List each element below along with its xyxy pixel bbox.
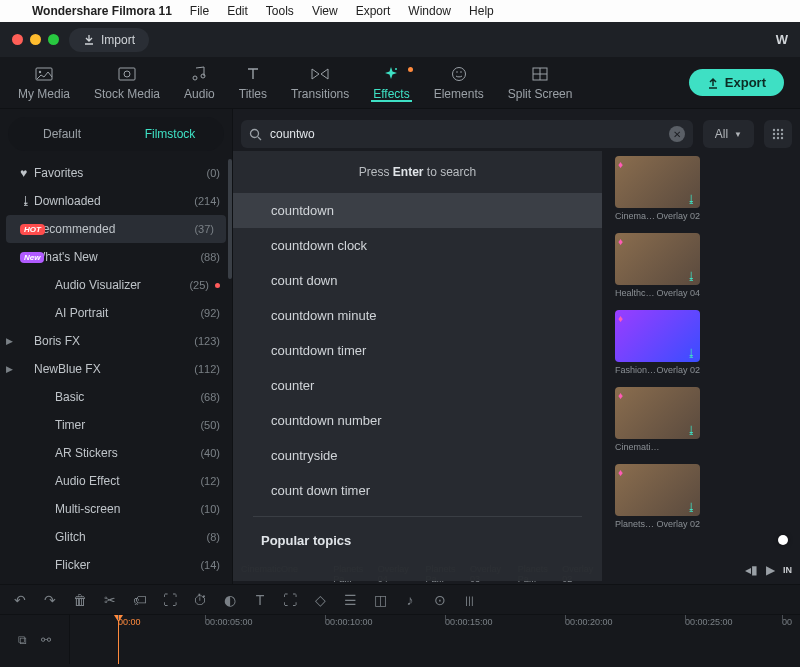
suggest-item[interactable]: countryside	[233, 438, 602, 473]
copy-button[interactable]: ⧉	[18, 633, 27, 647]
menu-view[interactable]: View	[312, 4, 338, 18]
sidebar-item-boris-fx[interactable]: ▶Boris FX(123)	[0, 327, 232, 355]
crop-button[interactable]: ⛶	[162, 592, 178, 608]
tab-transitions[interactable]: Transitions	[279, 65, 361, 101]
suggest-item[interactable]: countdown minute	[233, 298, 602, 333]
suggest-item[interactable]: countdown timer	[233, 333, 602, 368]
tab-stock-media[interactable]: Stock Media	[82, 65, 172, 101]
sidebar-item-glitch[interactable]: Glitch(8)	[0, 523, 232, 551]
menu-help[interactable]: Help	[469, 4, 494, 18]
search-input[interactable]	[270, 127, 661, 141]
suggest-item[interactable]: countdown	[233, 193, 602, 228]
sidebar-item-audio-effect[interactable]: Audio Effect(12)	[0, 467, 232, 495]
sidebar-item-audio-visualizer[interactable]: Audio Visualizer(25)	[0, 271, 232, 299]
time-tick: 00:00:10:00	[325, 617, 373, 627]
suggest-item[interactable]: count down	[233, 263, 602, 298]
tab-effects[interactable]: Effects	[361, 65, 421, 101]
sidebar-item-basic[interactable]: Basic(68)	[0, 383, 232, 411]
undo-button[interactable]: ↶	[12, 592, 28, 608]
text-button[interactable]: T	[252, 592, 268, 608]
svg-rect-2	[119, 68, 135, 80]
effect-thumb[interactable]: ♦⭳Planets Pa...Overlay 02	[615, 464, 700, 529]
tab-my-media[interactable]: My Media	[6, 65, 82, 101]
export-button[interactable]: Export	[689, 69, 784, 96]
minimize-icon[interactable]	[30, 34, 41, 45]
import-label: Import	[101, 33, 135, 47]
gem-icon: ♦	[618, 390, 623, 401]
svg-point-15	[773, 133, 775, 135]
menu-export[interactable]: Export	[356, 4, 391, 18]
mixer-button[interactable]: ⫼	[462, 592, 478, 608]
clear-search-button[interactable]: ✕	[669, 126, 685, 142]
redo-button[interactable]: ↷	[42, 592, 58, 608]
download-icon[interactable]: ⭳	[686, 501, 697, 513]
color-button[interactable]: ◐	[222, 592, 238, 608]
timeline-toolbar: ↶ ↷ 🗑 ✂ 🏷 ⛶ ⏱ ◐ T ⛶ ◇ ☰ ◫ ♪ ⊙ ⫼	[0, 584, 800, 614]
tab-split-screen[interactable]: Split Screen	[496, 65, 585, 101]
suggest-item[interactable]: countdown clock	[233, 228, 602, 263]
maximize-icon[interactable]	[48, 34, 59, 45]
sidebar-item-newblue-fx[interactable]: ▶NewBlue FX(112)	[0, 355, 232, 383]
suggest-item[interactable]: count down timer	[233, 473, 602, 508]
sidebar-item-favorites[interactable]: ♥Favorites(0)	[0, 159, 232, 187]
effect-thumb[interactable]: ♦⭳Healthcar...Overlay 04	[615, 233, 700, 298]
close-icon[interactable]	[12, 34, 23, 45]
sidebar-item-scanline[interactable]: Scanline(5)	[0, 579, 232, 584]
download-icon[interactable]: ⭳	[686, 270, 697, 282]
keyframe-button[interactable]: ◇	[312, 592, 328, 608]
delete-button[interactable]: 🗑	[72, 592, 88, 608]
svg-point-7	[452, 67, 465, 80]
play-button[interactable]: ▶	[766, 563, 775, 577]
suggest-item[interactable]: countdown number	[233, 403, 602, 438]
audio-button[interactable]: ♪	[402, 592, 418, 608]
effect-thumb[interactable]: ♦⭳Fashion P...Overlay 02	[615, 310, 700, 375]
menu-tools[interactable]: Tools	[266, 4, 294, 18]
effect-thumb[interactable]: ♦⭳Cinematic...Overlay 02	[615, 156, 700, 221]
smile-icon	[450, 65, 468, 83]
timeline-ruler[interactable]: 00:00 00:00:05:00 00:00:10:00 00:00:15:0…	[70, 615, 800, 664]
record-button[interactable]: ⊙	[432, 592, 448, 608]
adjust-button[interactable]: ☰	[342, 592, 358, 608]
sidebar-item-multi-screen[interactable]: Multi-screen(10)	[0, 495, 232, 523]
sidebar-tab-default[interactable]: Default	[8, 120, 116, 148]
suggest-item[interactable]: counter	[233, 368, 602, 403]
download-icon[interactable]: ⭳	[686, 347, 697, 359]
effects-grid: Press Enter to search countdown countdow…	[233, 151, 800, 584]
sidebar-item-flicker[interactable]: Flicker(14)	[0, 551, 232, 579]
search-icon	[249, 128, 262, 141]
sidebar-item-ar-stickers[interactable]: AR Stickers(40)	[0, 439, 232, 467]
speed-button[interactable]: ⏱	[192, 592, 208, 608]
prev-button[interactable]: ◂▮	[745, 563, 758, 577]
app-title[interactable]: Wondershare Filmora 11	[32, 4, 172, 18]
menu-window[interactable]: Window	[408, 4, 451, 18]
menu-file[interactable]: File	[190, 4, 209, 18]
timeline: ⧉ ⚯ 00:00 00:00:05:00 00:00:10:00 00:00:…	[0, 614, 800, 664]
menu-edit[interactable]: Edit	[227, 4, 248, 18]
sidebar-list[interactable]: ♥Favorites(0) ⭳Downloaded(214) HOTRecomm…	[0, 159, 232, 584]
filter-dropdown[interactable]: All▼	[703, 120, 754, 148]
tab-label: Transitions	[291, 87, 349, 101]
sidebar-item-downloaded[interactable]: ⭳Downloaded(214)	[0, 187, 232, 215]
view-grid-button[interactable]	[764, 120, 792, 148]
tab-elements[interactable]: Elements	[422, 65, 496, 101]
cut-button[interactable]: ✂	[102, 592, 118, 608]
export-label: Export	[725, 75, 766, 90]
scrollbar[interactable]	[228, 159, 232, 279]
import-button[interactable]: Import	[69, 28, 149, 52]
volume-slider-handle[interactable]	[778, 535, 788, 545]
download-icon[interactable]: ⭳	[686, 193, 697, 205]
link-button[interactable]: ⚯	[41, 633, 51, 647]
download-icon[interactable]: ⭳	[686, 424, 697, 436]
fit-button[interactable]: ⛶	[282, 592, 298, 608]
sidebar-item-whats-new[interactable]: NewWhat's New(88)	[0, 243, 232, 271]
detach-button[interactable]: ◫	[372, 592, 388, 608]
tag-button[interactable]: 🏷	[132, 592, 148, 608]
sidebar-item-ai-portrait[interactable]: AI Portrait(92)	[0, 299, 232, 327]
search-suggestions: Press Enter to search countdown countdow…	[233, 151, 602, 581]
sidebar-item-timer[interactable]: Timer(50)	[0, 411, 232, 439]
sidebar-tab-filmstock[interactable]: Filmstock	[116, 120, 224, 148]
sidebar-item-recommended[interactable]: HOTRecommended(37)	[6, 215, 226, 243]
tab-audio[interactable]: Audio	[172, 65, 227, 101]
effect-thumb[interactable]: ♦⭳CinematicThree	[615, 387, 700, 452]
tab-titles[interactable]: Titles	[227, 65, 279, 101]
